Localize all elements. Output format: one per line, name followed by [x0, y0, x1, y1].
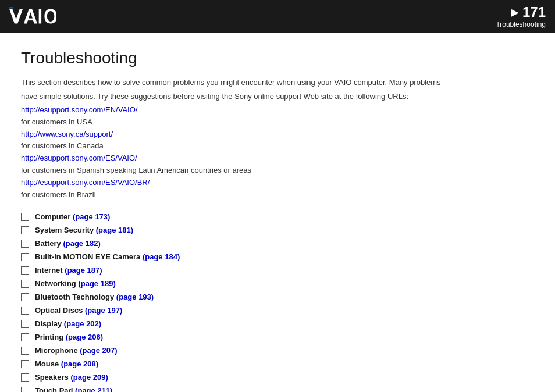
header-right: ▶ 171 Troubleshooting	[496, 4, 546, 28]
item-label: Optical Discs	[35, 306, 85, 315]
url-link-3[interactable]: http://esupport.sony.com/ES/VAIO/BR/	[21, 177, 534, 189]
item-label: Microphone	[35, 346, 80, 355]
list-item: Optical Discs (page 197)	[21, 306, 534, 315]
item-text: Printing (page 206)	[35, 333, 103, 341]
item-text: Built-in MOTION EYE Camera (page 184)	[35, 252, 180, 261]
item-page-link[interactable]: (page 207)	[80, 346, 117, 355]
item-page-link[interactable]: (page 181)	[96, 226, 133, 234]
checkbox-icon[interactable]	[21, 320, 29, 328]
item-label: Built-in MOTION EYE Camera	[35, 252, 143, 261]
url-suffix-2: for customers in Spanish speaking Latin …	[21, 166, 251, 174]
list-item: Battery (page 182)	[21, 239, 534, 248]
page-number: 171	[522, 4, 546, 20]
checkbox-icon[interactable]	[21, 226, 29, 234]
checkbox-icon[interactable]	[21, 280, 29, 288]
url-suffix-1: for customers in Canada	[21, 141, 104, 150]
item-page-link[interactable]: (page 211)	[75, 386, 112, 392]
intro-line-1: This section describes how to solve comm…	[21, 77, 534, 88]
list-item: Printing (page 206)	[21, 333, 534, 341]
list-item: Networking (page 189)	[21, 279, 534, 288]
item-label: Internet	[35, 266, 65, 275]
item-label: Mouse	[35, 359, 61, 368]
item-label: Touch Pad	[35, 386, 75, 392]
checkbox-icon[interactable]	[21, 266, 29, 275]
item-page-link[interactable]: (page 202)	[64, 319, 101, 328]
item-page-link[interactable]: (page 187)	[65, 266, 102, 275]
svg-rect-3	[39, 9, 41, 24]
item-label: Computer	[35, 212, 73, 221]
url-suffix-0: for customers in USA	[21, 117, 92, 126]
item-text: Optical Discs (page 197)	[35, 306, 122, 315]
item-text: Computer (page 173)	[35, 212, 110, 221]
item-page-link[interactable]: (page 189)	[78, 279, 115, 288]
item-text: Microphone (page 207)	[35, 346, 118, 355]
item-label: Bluetooth Technology	[35, 293, 116, 301]
item-label: System Security	[35, 226, 96, 234]
url-line-1: http://www.sony.ca/support/ for customer…	[21, 129, 534, 153]
list-item: Display (page 202)	[21, 319, 534, 328]
checklist: Computer (page 173)System Security (page…	[21, 212, 534, 392]
item-text: Networking (page 189)	[35, 279, 116, 288]
url-link-2[interactable]: http://esupport.sony.com/ES/VAIO/	[21, 152, 534, 165]
section-title: Troubleshooting	[496, 20, 546, 28]
vaio-logo	[9, 6, 56, 27]
list-item: Speakers (page 209)	[21, 373, 534, 382]
item-text: System Security (page 181)	[35, 226, 133, 234]
list-item: Microphone (page 207)	[21, 346, 534, 355]
list-item: Touch Pad (page 211)	[21, 386, 534, 392]
checkbox-icon[interactable]	[21, 240, 29, 248]
item-page-link[interactable]: (page 209)	[70, 373, 108, 382]
item-label: Battery	[35, 239, 63, 248]
url-section: http://esupport.sony.com/EN/VAIO/ for cu…	[21, 104, 534, 201]
item-text: Touch Pad (page 211)	[35, 386, 112, 392]
item-label: Printing	[35, 333, 66, 341]
checkbox-icon[interactable]	[21, 347, 29, 355]
item-page-link[interactable]: (page 173)	[73, 212, 110, 221]
item-page-link[interactable]: (page 184)	[143, 252, 180, 261]
checkbox-icon[interactable]	[21, 293, 29, 301]
svg-marker-1	[24, 9, 37, 24]
intro-line-2: have simple solutions. Try these suggest…	[21, 91, 534, 102]
item-text: Battery (page 182)	[35, 239, 101, 248]
item-text: Internet (page 187)	[35, 266, 102, 275]
item-label: Networking	[35, 279, 78, 288]
checkbox-icon[interactable]	[21, 253, 29, 261]
url-line-0: http://esupport.sony.com/EN/VAIO/ for cu…	[21, 104, 534, 129]
item-label: Display	[35, 319, 64, 328]
item-page-link[interactable]: (page 197)	[85, 306, 122, 315]
item-page-link[interactable]: (page 193)	[116, 293, 154, 301]
url-line-3: http://esupport.sony.com/ES/VAIO/BR/ for…	[21, 177, 534, 201]
item-text: Mouse (page 208)	[35, 359, 98, 368]
list-item: Computer (page 173)	[21, 212, 534, 221]
checkbox-icon[interactable]	[21, 360, 29, 368]
item-text: Display (page 202)	[35, 319, 101, 328]
svg-marker-0	[9, 9, 23, 24]
url-link-0[interactable]: http://esupport.sony.com/EN/VAIO/	[21, 104, 534, 116]
item-label: Speakers	[35, 373, 70, 382]
header: ▶ 171 Troubleshooting	[0, 0, 555, 33]
checkbox-icon[interactable]	[21, 213, 29, 221]
svg-rect-2	[26, 19, 35, 21]
main-content: Troubleshooting This section describes h…	[0, 33, 555, 392]
url-line-2: http://esupport.sony.com/ES/VAIO/ for cu…	[21, 152, 534, 177]
list-item: Bluetooth Technology (page 193)	[21, 293, 534, 301]
nav-arrow-icon: ▶	[511, 6, 519, 19]
checkbox-icon[interactable]	[21, 333, 29, 341]
checkbox-icon[interactable]	[21, 307, 29, 315]
page-title: Troubleshooting	[21, 49, 534, 67]
item-text: Speakers (page 209)	[35, 373, 108, 382]
list-item: Internet (page 187)	[21, 266, 534, 275]
checkbox-icon[interactable]	[21, 387, 29, 392]
intro-section: This section describes how to solve comm…	[21, 77, 534, 102]
list-item: Built-in MOTION EYE Camera (page 184)	[21, 252, 534, 261]
list-item: Mouse (page 208)	[21, 359, 534, 368]
item-page-link[interactable]: (page 182)	[63, 239, 100, 248]
url-suffix-3: for customers in Brazil	[21, 190, 96, 199]
list-item: System Security (page 181)	[21, 226, 534, 234]
svg-rect-4	[9, 7, 13, 9]
item-page-link[interactable]: (page 206)	[66, 333, 103, 341]
url-link-1[interactable]: http://www.sony.ca/support/	[21, 129, 534, 141]
item-page-link[interactable]: (page 208)	[61, 359, 98, 368]
item-text: Bluetooth Technology (page 193)	[35, 293, 154, 301]
checkbox-icon[interactable]	[21, 373, 29, 382]
